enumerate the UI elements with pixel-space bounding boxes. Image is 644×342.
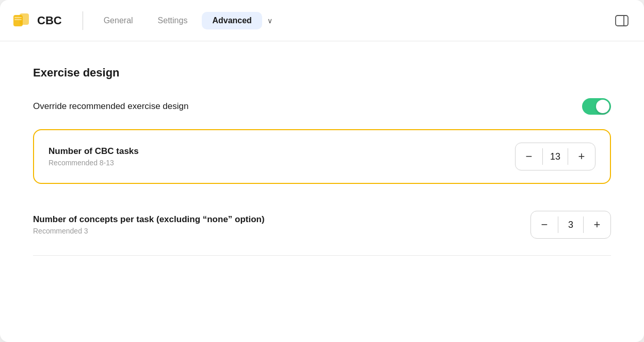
sidebar-toggle-icon [615,15,629,26]
tab-general[interactable]: General [93,12,143,29]
concepts-decrement-button[interactable]: − [531,211,558,238]
svg-rect-2 [14,17,22,18]
concepts-text: Number of concepts per task (excluding “… [33,214,265,235]
nav-divider [83,11,83,30]
logo-area: CBC [12,11,62,30]
dropdown-arrow-icon[interactable]: ∨ [267,17,272,25]
logo-text: CBC [37,14,62,27]
toggle-row: Override recommended exercise design [33,98,611,115]
cbc-tasks-increment-button[interactable]: + [568,143,595,170]
cbc-tasks-text: Number of CBC tasks Recommended 8-13 [49,146,139,167]
tab-advanced-group: Advanced ∨ [202,12,272,29]
concepts-title: Number of concepts per task (excluding “… [33,214,265,225]
concepts-subtitle: Recommended 3 [33,227,265,235]
concepts-stepper: − 3 + [530,211,611,239]
cbc-tasks-title: Number of CBC tasks [49,146,139,157]
concepts-card: Number of concepts per task (excluding “… [33,198,611,251]
concepts-value: 3 [558,220,583,230]
main-content: Exercise design Override recommended exe… [0,41,644,342]
svg-rect-4 [616,15,628,26]
tab-advanced[interactable]: Advanced [202,12,262,29]
cbc-logo-icon [12,11,32,30]
cbc-tasks-stepper: − 13 + [515,143,595,170]
nav-tabs: General Settings Advanced ∨ [93,12,612,29]
sidebar-toggle-button[interactable] [612,11,632,30]
tab-settings[interactable]: Settings [148,12,198,29]
bottom-divider [33,255,611,256]
cbc-tasks-value: 13 [543,151,568,162]
section-title: Exercise design [33,66,611,80]
cbc-tasks-subtitle: Recommended 8-13 [49,159,139,167]
navbar: CBC General Settings Advanced ∨ [0,0,644,41]
toggle-knob [596,100,609,113]
svg-rect-3 [14,19,22,20]
nav-right [612,11,632,30]
cbc-tasks-card: Number of CBC tasks Recommended 8-13 − 1… [33,129,611,184]
cbc-tasks-decrement-button[interactable]: − [516,143,542,170]
toggle-label: Override recommended exercise design [33,101,188,112]
app-window: CBC General Settings Advanced ∨ Exercise… [0,0,644,342]
override-toggle[interactable] [582,98,611,115]
concepts-increment-button[interactable]: + [584,211,610,238]
